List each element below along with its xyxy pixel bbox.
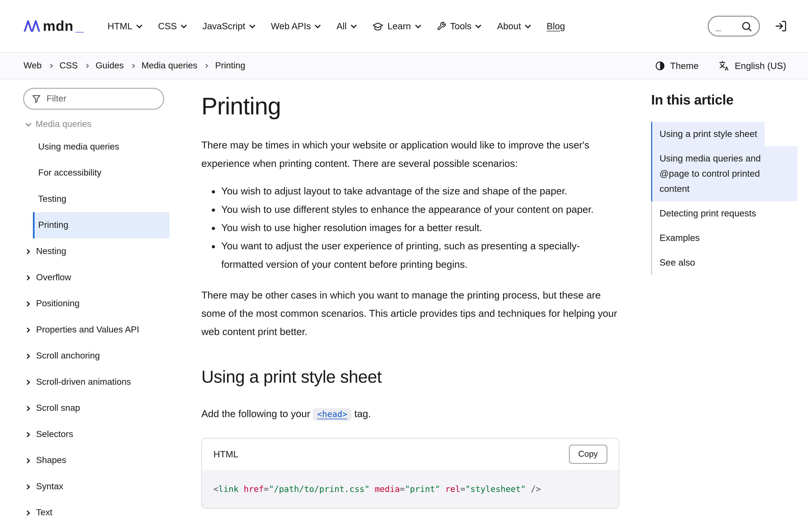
toc-link[interactable]: Examples — [651, 226, 707, 250]
theme-button[interactable]: Theme — [655, 60, 699, 72]
toc-item-using-a-print-style-sheet[interactable]: Using a print style sheet — [651, 122, 797, 146]
chevron-down-icon — [25, 121, 31, 127]
breadcrumb-css[interactable]: CSS — [59, 61, 78, 71]
list-item: You want to adjust the user experience o… — [221, 237, 619, 273]
sidebar-item-properties-and-values-api[interactable]: Properties and Values API — [23, 317, 139, 343]
chevron-right-icon — [25, 406, 30, 411]
code-example-header: HTML Copy — [202, 438, 619, 470]
sidebar-item-label[interactable]: Using media queries — [33, 134, 169, 160]
nav-item-css[interactable]: CSS — [158, 21, 185, 32]
toc-link[interactable]: See also — [651, 250, 702, 275]
breadcrumb: Web CSS Guides Media queries Printing — [23, 61, 245, 71]
breadcrumb-separator-icon — [85, 64, 89, 68]
chevron-right-icon — [25, 249, 30, 254]
toc-item-using-media-queries-and-page[interactable]: Using media queries and @page to control… — [651, 146, 797, 201]
chevron-right-icon — [25, 275, 30, 280]
filter-input[interactable] — [47, 94, 155, 104]
nav-item-blog[interactable]: Blog — [547, 21, 565, 32]
mdn-logo-mark-icon — [23, 20, 41, 32]
chevron-down-icon — [249, 22, 255, 28]
chevron-right-icon — [25, 510, 30, 515]
section-lead: Add the following to your <head> tag. — [201, 404, 619, 423]
sidebar-item-nesting[interactable]: Nesting — [23, 238, 66, 265]
search-box[interactable] — [708, 16, 760, 37]
sign-in-button[interactable] — [774, 20, 787, 33]
sidebar-item-syntax[interactable]: Syntax — [23, 474, 63, 500]
breadcrumb-guides[interactable]: Guides — [95, 61, 124, 71]
nav-item-tools[interactable]: Tools — [437, 21, 480, 32]
sidebar-item-shapes[interactable]: Shapes — [23, 448, 66, 474]
sidebar-item-label: Text — [36, 507, 53, 519]
sidebar-item-label: Selectors — [36, 428, 73, 441]
sidebar-section-media-queries[interactable]: Media queries — [23, 115, 91, 134]
code-snippet[interactable]: <link href="/path/to/print.css" media="p… — [202, 470, 619, 508]
sidebar-item-using-media-queries[interactable]: Using media queries — [33, 134, 169, 160]
search-input[interactable] — [715, 20, 739, 32]
chevron-down-icon — [351, 22, 357, 28]
nav-item-web-apis[interactable]: Web APIs — [271, 21, 319, 32]
sidebar-item-scroll-driven-animations[interactable]: Scroll-driven animations — [23, 369, 131, 395]
content-layout: Media queries Using media queries For ac… — [0, 79, 808, 532]
toc-title: In this article — [651, 92, 797, 108]
toc-link[interactable]: Detecting print requests — [651, 201, 764, 226]
mdn-logo[interactable]: mdn _ — [23, 18, 84, 34]
copy-button[interactable]: Copy — [569, 445, 607, 463]
sidebar-item-text-decoration[interactable]: Text decoration — [23, 526, 96, 532]
sidebar-item-testing[interactable]: Testing — [33, 186, 169, 212]
nav-item-all[interactable]: All — [336, 21, 355, 32]
chevron-right-icon — [25, 379, 30, 384]
breadcrumb-current: Printing — [215, 61, 245, 71]
code-language-label: HTML — [213, 449, 238, 460]
chevron-right-icon — [25, 432, 30, 437]
toc-link[interactable]: Using a print style sheet — [651, 122, 765, 146]
mdn-logo-text: mdn — [43, 18, 74, 34]
sidebar-item-label[interactable]: Testing — [33, 186, 169, 212]
table-of-contents: In this article Using a print style shee… — [651, 88, 797, 275]
search-icon[interactable] — [741, 21, 752, 32]
nav-item-javascript[interactable]: JavaScript — [202, 21, 254, 32]
sidebar-item-label[interactable]: Printing — [33, 212, 169, 239]
inline-code: <head> — [317, 409, 347, 419]
nav-item-about[interactable]: About — [497, 21, 530, 32]
language-button[interactable]: A English (US) — [718, 60, 786, 72]
sidebar-item-for-accessibility[interactable]: For accessibility — [33, 160, 169, 186]
sidebar-item-printing-active[interactable]: Printing — [33, 212, 169, 239]
nav-item-label: HTML — [107, 21, 132, 32]
toc-list: Using a print style sheet Using media qu… — [651, 122, 797, 275]
toc-link[interactable]: Using media queries and @page to control… — [651, 146, 797, 201]
nav-item-label: JavaScript — [202, 21, 245, 32]
chevron-down-icon — [136, 22, 142, 28]
sidebar-item-selectors[interactable]: Selectors — [23, 421, 73, 448]
nav-item-label: About — [497, 21, 521, 32]
sidebar-item-label[interactable]: For accessibility — [33, 160, 169, 186]
article: Printing There may be times in which you… — [201, 88, 619, 509]
theme-label: Theme — [670, 60, 699, 72]
toc-item-see-also[interactable]: See also — [651, 250, 797, 275]
nav-item-label: All — [336, 21, 347, 32]
graduation-cap-icon — [372, 22, 383, 31]
sidebar-item-overflow[interactable]: Overflow — [23, 265, 71, 291]
breadcrumb-web[interactable]: Web — [23, 61, 42, 71]
head-tag-link[interactable]: <head> — [313, 408, 351, 421]
sidebar-collapsed-sections: Nesting Overflow Positioning Properties … — [23, 238, 169, 532]
breadcrumb-media-queries[interactable]: Media queries — [142, 61, 197, 71]
filter-funnel-icon — [32, 95, 41, 103]
code-line: <link href="/path/to/print.css" media="p… — [213, 484, 541, 494]
sign-in-icon — [774, 20, 787, 33]
wrench-icon — [437, 21, 446, 31]
sidebar-item-text[interactable]: Text — [23, 500, 53, 526]
sidebar-item-positioning[interactable]: Positioning — [23, 291, 80, 317]
chevron-down-icon — [476, 22, 481, 28]
site-header: mdn _ HTML CSS JavaScript Web APIs All — [0, 0, 808, 52]
sidebar-filter[interactable] — [23, 88, 164, 110]
chevron-down-icon — [181, 22, 187, 28]
nav-item-learn[interactable]: Learn — [372, 21, 419, 32]
sidebar: Media queries Using media queries For ac… — [23, 88, 169, 532]
toc-item-examples[interactable]: Examples — [651, 226, 797, 250]
list-item: You wish to adjust layout to take advant… — [221, 182, 619, 200]
nav-item-label: Web APIs — [271, 21, 311, 32]
sidebar-item-scroll-anchoring[interactable]: Scroll anchoring — [23, 343, 100, 369]
sidebar-item-scroll-snap[interactable]: Scroll snap — [23, 395, 80, 421]
nav-item-html[interactable]: HTML — [107, 21, 141, 32]
toc-item-detecting-print-requests[interactable]: Detecting print requests — [651, 201, 797, 226]
